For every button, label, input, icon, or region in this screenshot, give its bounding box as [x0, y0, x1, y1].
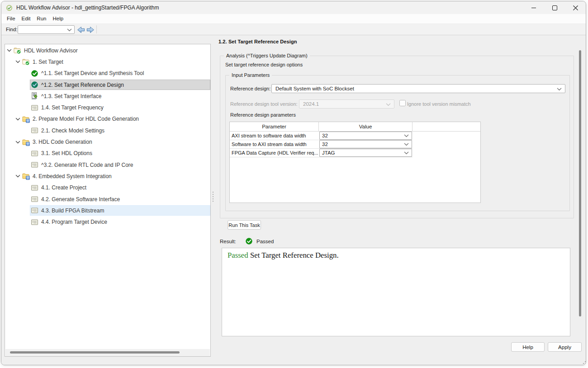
- tree-item-body[interactable]: 3.1. Set HDL Options: [30, 148, 210, 159]
- reference-design-select[interactable]: Default System with SoC Blockset: [271, 84, 565, 93]
- tree-expander-icon[interactable]: [14, 136, 21, 147]
- tree-item-label: 4.4. Program Target Device: [41, 219, 107, 225]
- tree-item-label: 4. Embedded System Integration: [33, 173, 112, 179]
- tree-item-body[interactable]: 4.2. Generate Software Interface: [30, 194, 210, 204]
- tree-item-body[interactable]: 1. Set Target: [21, 57, 210, 67]
- tree-item-label: 2. Prepare Model For HDL Code Generation: [33, 116, 139, 122]
- reference-design-chevron-icon: [557, 88, 562, 91]
- tree-item[interactable]: 4.4. Program Target Device: [5, 216, 210, 227]
- tree-item-body[interactable]: 1.4. Set Target Frequency: [30, 103, 210, 113]
- result-passed-icon: [245, 237, 253, 245]
- tree-item[interactable]: 4.1. Create Project: [5, 182, 210, 193]
- parameter-value-cell: JTAG: [319, 149, 413, 157]
- output-status-word: Passed: [228, 251, 248, 259]
- ignore-mismatch-checkbox[interactable]: [399, 100, 406, 106]
- parameter-value-cell: 32: [319, 140, 413, 149]
- panel-splitter[interactable]: [212, 192, 214, 202]
- tree-item-body[interactable]: 4.1. Create Project: [30, 183, 210, 193]
- tree-item[interactable]: 2.1. Check Model Settings: [5, 125, 210, 136]
- tree-horizontal-scrollbar-thumb[interactable]: [10, 351, 180, 354]
- folder-check-icon: [22, 58, 30, 66]
- tree-item-label: 3. HDL Code Generation: [33, 139, 92, 145]
- tree-expander-icon[interactable]: [14, 56, 21, 67]
- menu-item-run[interactable]: Run: [33, 14, 49, 24]
- tree-item[interactable]: ^1.2. Set Target Reference Design: [5, 79, 210, 90]
- tree-item[interactable]: ^3.2. Generate RTL Code and IP Core: [5, 159, 210, 170]
- parameter-value: JTAG: [322, 150, 335, 156]
- tree-item[interactable]: HDL Workflow Advisor: [5, 45, 210, 56]
- value-column-header: Value: [319, 122, 413, 131]
- parameter-value: 32: [322, 133, 328, 138]
- tree-item-body[interactable]: 4.4. Program Target Device: [30, 217, 210, 227]
- run-this-task-button[interactable]: Run This Task: [228, 220, 261, 230]
- task-icon: [31, 184, 38, 192]
- tree-item[interactable]: 1.4. Set Target Frequency: [5, 102, 210, 113]
- find-previous-button[interactable]: [77, 26, 85, 33]
- tree-item[interactable]: 3. HDL Code Generation: [5, 136, 210, 147]
- menu-item-edit[interactable]: Edit: [19, 14, 34, 24]
- tree-item[interactable]: 4.2. Generate Software Interface: [5, 193, 210, 205]
- tree-item[interactable]: 3.1. Set HDL Options: [5, 148, 210, 159]
- tree-horizontal-scrollbar[interactable]: [5, 349, 210, 356]
- tree-item-body[interactable]: 4.3. Build FPGA Bitstream: [30, 205, 210, 216]
- tree-item-body[interactable]: ^1.2. Set Target Reference Design: [30, 80, 210, 90]
- folder-gear-icon: [22, 172, 30, 180]
- tree-item[interactable]: 2. Prepare Model For HDL Code Generation: [5, 113, 210, 125]
- tree-item-body[interactable]: HDL Workflow Advisor: [13, 45, 210, 56]
- find-next-button[interactable]: [86, 26, 95, 33]
- maximize-button[interactable]: [544, 1, 565, 14]
- find-dropdown-chevron-icon[interactable]: [67, 28, 72, 32]
- find-input[interactable]: [18, 25, 75, 34]
- parameters-table-body: AXI stream to software data width32Softw…: [230, 132, 480, 157]
- tree-item[interactable]: 4. Embedded System Integration: [5, 170, 210, 182]
- main-content: HDL Workflow Advisor1. Set Target^1.1. S…: [1, 35, 586, 365]
- analysis-legend: Analysis (^Triggers Update Diagram): [224, 52, 310, 59]
- close-button[interactable]: [565, 1, 586, 14]
- tree-item[interactable]: ^1.1. Set Target Device and Synthesis To…: [5, 68, 210, 79]
- tree-expander-icon[interactable]: [5, 45, 13, 56]
- tree-item-body[interactable]: ^1.3. Set Target Interface: [30, 91, 210, 101]
- tree-item[interactable]: 1. Set Target: [5, 56, 210, 67]
- tree-item-body[interactable]: ^3.2. Generate RTL Code and IP Core: [30, 160, 210, 170]
- task-heading: 1.2. Set Target Reference Design: [218, 39, 297, 44]
- menu-item-file[interactable]: File: [4, 14, 19, 24]
- tree-item[interactable]: ^1.3. Set Target Interface: [5, 90, 210, 102]
- tool-version-label: Reference design tool version:: [230, 101, 298, 107]
- tree-item-label: 1.4. Set Target Frequency: [41, 104, 104, 111]
- task-vertical-scrollbar-thumb[interactable]: [579, 50, 581, 316]
- parameter-value-select[interactable]: 32: [319, 132, 412, 140]
- tree-expander-icon[interactable]: [14, 113, 21, 125]
- window-resize-grip[interactable]: [582, 360, 586, 364]
- hdl-workflow-advisor-window: HDL Workflow Advisor - hdl_gettingStarte…: [1, 1, 586, 365]
- parameter-value-select[interactable]: 32: [319, 140, 412, 148]
- maximize-icon: [552, 5, 557, 10]
- reference-design-value: Default System with SoC Blockset: [275, 86, 354, 91]
- task-icon: [31, 218, 38, 226]
- folder-gear-icon: [22, 115, 30, 123]
- result-label: Result:: [220, 239, 236, 244]
- apply-button[interactable]: Apply: [548, 342, 582, 352]
- tree-item-label: ^1.1. Set Target Device and Synthesis To…: [41, 70, 144, 76]
- toolbar-separator: [96, 25, 97, 33]
- tool-version-value: 2024.1: [303, 101, 319, 107]
- input-parameters-legend: Input Parameters: [229, 72, 272, 79]
- tree-item-label: 1. Set Target: [33, 59, 63, 65]
- tree-item-body[interactable]: 3. HDL Code Generation: [21, 137, 210, 147]
- parameter-value-chevron-icon: [404, 134, 409, 137]
- tree-expander-icon[interactable]: [14, 170, 21, 182]
- parameter-value-select[interactable]: JTAG: [319, 149, 412, 157]
- minimize-button[interactable]: [523, 1, 544, 14]
- tool-version-select[interactable]: 2024.1: [299, 99, 394, 109]
- close-icon: [573, 5, 578, 10]
- parameter-value: 32: [322, 142, 328, 147]
- ignore-mismatch-label: Ignore tool version mismatch: [407, 101, 471, 107]
- tree-item[interactable]: 4.3. Build FPGA Bitstream: [5, 205, 210, 216]
- tree-item-body[interactable]: 2.1. Check Model Settings: [30, 125, 210, 136]
- passed-selected-icon: [31, 81, 38, 89]
- tree-item-body[interactable]: 4. Embedded System Integration: [21, 171, 210, 181]
- tree-item-body[interactable]: ^1.1. Set Target Device and Synthesis To…: [30, 68, 210, 79]
- tree-item-body[interactable]: 2. Prepare Model For HDL Code Generation: [21, 114, 210, 124]
- parameter-row: AXI stream to software data width32: [230, 132, 480, 140]
- menu-item-help[interactable]: Help: [49, 14, 66, 24]
- help-button[interactable]: Help: [511, 342, 545, 352]
